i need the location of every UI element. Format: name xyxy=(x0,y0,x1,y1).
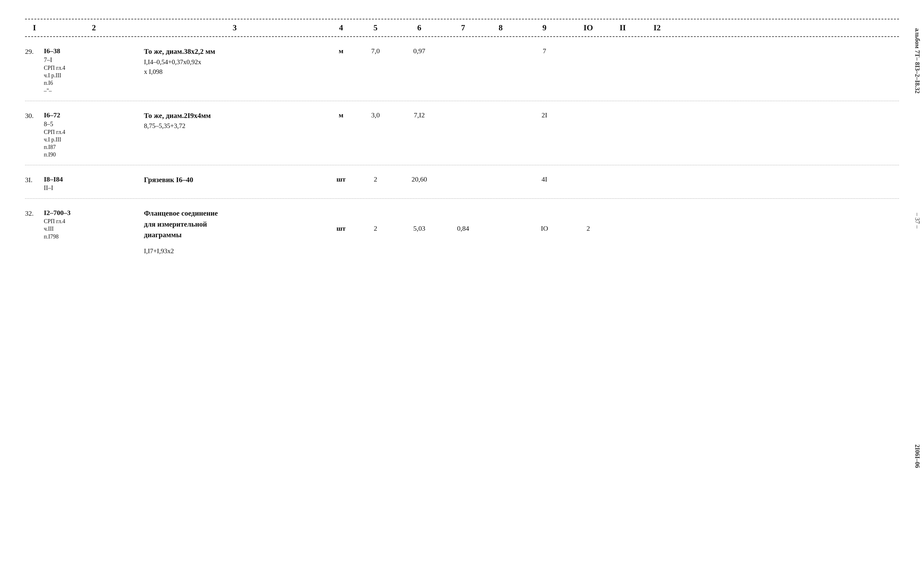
row-col6-32: 5,03 xyxy=(394,208,444,233)
data-table: 29. I6–38 7–I СРП гл.4 ч.I р.III п.I6 –"… xyxy=(25,37,899,262)
table-row: 29. I6–38 7–I СРП гл.4 ч.I р.III п.I6 –"… xyxy=(25,37,899,101)
header-col5: 5 xyxy=(357,23,394,33)
row-col12-32 xyxy=(639,208,676,224)
row-num-31: 3I. xyxy=(25,175,44,185)
row-desc-29: То же, диам.38х2,2 мм I,I4–0,54+0,37х0,9… xyxy=(144,46,325,77)
row-col9-31: 4I xyxy=(520,175,569,184)
row-col6-30: 7,I2 xyxy=(394,111,444,120)
margin-text-mid: – 37 – xyxy=(914,213,921,228)
row-unit-31: шт xyxy=(325,175,357,184)
row-col10-32: 2 xyxy=(569,208,607,233)
header-col11: II xyxy=(607,23,639,33)
row-col9-29: 7 xyxy=(520,46,569,56)
row-col5-30: 3,0 xyxy=(357,111,394,120)
row-num-30: 30. xyxy=(25,111,44,121)
header-col3: 3 xyxy=(144,23,325,33)
row-col7-32: 0,84 xyxy=(444,208,482,233)
row-id-31: I8–I84 II–I xyxy=(44,175,144,193)
row-col5-29: 7,0 xyxy=(357,46,394,56)
row-unit-29: м xyxy=(325,46,357,56)
row-num-32: 32. xyxy=(25,208,44,218)
header-col2: 2 xyxy=(44,23,144,33)
table-row: 30. I6–72 8–5 СРП гл.4 ч.I р.III п.I87 п… xyxy=(25,101,899,165)
row-desc-32: Фланцевое соединение для измерительной д… xyxy=(144,208,325,256)
margin-text-bot: 2I06I–06 xyxy=(914,444,921,468)
row-col5-32: 2 xyxy=(357,208,394,233)
row-unit-32: шт xyxy=(325,208,357,233)
header-col10: IO xyxy=(569,23,607,33)
row-col9-32: IO xyxy=(520,208,569,233)
row-col5-31: 2 xyxy=(357,175,394,184)
row-col6-31: 20,60 xyxy=(394,175,444,184)
header-col9: 9 xyxy=(520,23,569,33)
row-col11-32 xyxy=(607,208,639,224)
row-desc-30: То же, диам.2I9х4мм 8,75–5,35+3,72 xyxy=(144,111,325,131)
row-col9-30: 2I xyxy=(520,111,569,120)
row-unit-30: м xyxy=(325,111,357,120)
table-row: 32. I2–700–3 СРП гл.4 ч.III п.I798 Фланц… xyxy=(25,199,899,262)
header-col1: I xyxy=(25,23,44,33)
row-id-32: I2–700–3 СРП гл.4 ч.III п.I798 xyxy=(44,208,144,240)
row-col8-32 xyxy=(482,208,520,224)
margin-text-top: альбом 7Т– 8I3–2–I8.32 xyxy=(914,28,921,94)
row-id-29: I6–38 7–I СРП гл.4 ч.I р.III п.I6 –"– xyxy=(44,46,144,94)
page-container: I 2 3 4 5 6 7 8 9 IO II I2 29. I6–38 7–I… xyxy=(0,0,924,584)
row-num-29: 29. xyxy=(25,46,44,57)
header-col4: 4 xyxy=(325,23,357,33)
header-col6: 6 xyxy=(394,23,444,33)
header-col8: 8 xyxy=(482,23,520,33)
header-col12: I2 xyxy=(639,23,676,33)
table-row: 3I. I8–I84 II–I Грязевик I6–40 шт 2 20,6… xyxy=(25,165,899,199)
row-desc-31: Грязевик I6–40 xyxy=(144,175,325,186)
header-col7: 7 xyxy=(444,23,482,33)
row-id-30: I6–72 8–5 СРП гл.4 ч.I р.III п.I87 п.I90 xyxy=(44,111,144,159)
row-col6-29: 0,97 xyxy=(394,46,444,56)
column-headers: I 2 3 4 5 6 7 8 9 IO II I2 xyxy=(25,19,899,37)
